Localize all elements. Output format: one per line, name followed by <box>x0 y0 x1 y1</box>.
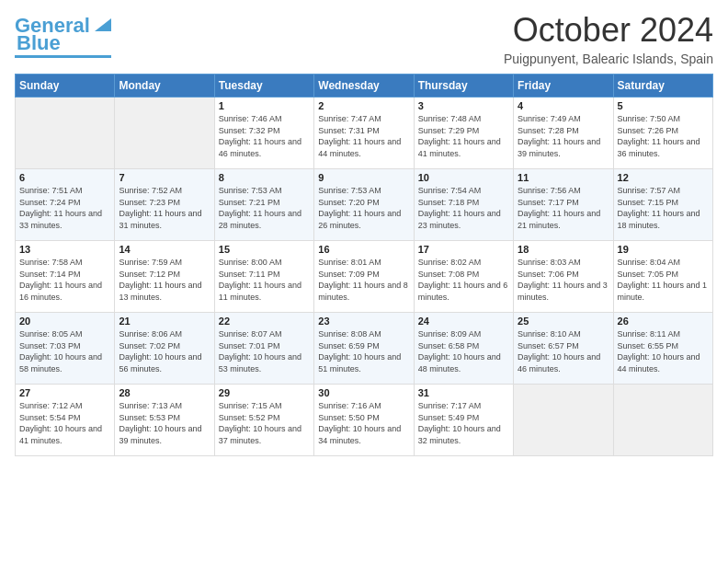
calendar-week-3: 13Sunrise: 7:58 AM Sunset: 7:14 PM Dayli… <box>16 241 713 313</box>
logo-underline <box>15 55 111 58</box>
day-info: Sunrise: 8:11 AM Sunset: 6:55 PM Dayligh… <box>618 328 709 374</box>
calendar-cell: 24Sunrise: 8:09 AM Sunset: 6:58 PM Dayli… <box>414 313 513 385</box>
day-number: 1 <box>219 100 310 111</box>
day-number: 7 <box>119 172 210 183</box>
header-row: Sunday Monday Tuesday Wednesday Thursday… <box>16 75 713 98</box>
day-info: Sunrise: 7:47 AM Sunset: 7:31 PM Dayligh… <box>318 113 409 159</box>
day-info: Sunrise: 8:06 AM Sunset: 7:02 PM Dayligh… <box>119 328 210 374</box>
calendar-cell <box>613 385 712 456</box>
location: Puigpunyent, Balearic Islands, Spain <box>504 52 713 66</box>
day-info: Sunrise: 7:12 AM Sunset: 5:54 PM Dayligh… <box>19 400 110 446</box>
day-number: 17 <box>418 244 509 255</box>
calendar-cell: 25Sunrise: 8:10 AM Sunset: 6:57 PM Dayli… <box>514 313 613 385</box>
day-info: Sunrise: 7:48 AM Sunset: 7:29 PM Dayligh… <box>418 113 509 159</box>
col-friday: Friday <box>514 75 613 98</box>
calendar-cell: 15Sunrise: 8:00 AM Sunset: 7:11 PM Dayli… <box>214 241 313 313</box>
day-info: Sunrise: 7:57 AM Sunset: 7:15 PM Dayligh… <box>618 185 709 231</box>
calendar-cell: 4Sunrise: 7:49 AM Sunset: 7:28 PM Daylig… <box>514 98 613 169</box>
day-info: Sunrise: 8:08 AM Sunset: 6:59 PM Dayligh… <box>318 328 409 374</box>
day-info: Sunrise: 7:16 AM Sunset: 5:50 PM Dayligh… <box>318 400 409 446</box>
day-number: 22 <box>219 316 310 327</box>
calendar-week-2: 6Sunrise: 7:51 AM Sunset: 7:24 PM Daylig… <box>16 169 713 241</box>
logo-icon <box>91 15 111 35</box>
calendar-cell: 6Sunrise: 7:51 AM Sunset: 7:24 PM Daylig… <box>16 169 115 241</box>
calendar-cell: 10Sunrise: 7:54 AM Sunset: 7:18 PM Dayli… <box>414 169 513 241</box>
day-number: 13 <box>19 244 110 255</box>
day-info: Sunrise: 8:03 AM Sunset: 7:06 PM Dayligh… <box>518 257 609 303</box>
day-number: 11 <box>518 172 609 183</box>
day-number: 16 <box>318 244 409 255</box>
day-number: 20 <box>19 316 110 327</box>
calendar-cell: 19Sunrise: 8:04 AM Sunset: 7:05 PM Dayli… <box>613 241 712 313</box>
title-block: October 2024 Puigpunyent, Balearic Islan… <box>504 11 713 66</box>
calendar-cell: 28Sunrise: 7:13 AM Sunset: 5:53 PM Dayli… <box>115 385 214 456</box>
calendar-cell: 16Sunrise: 8:01 AM Sunset: 7:09 PM Dayli… <box>314 241 414 313</box>
day-number: 25 <box>518 316 609 327</box>
day-number: 27 <box>19 387 110 398</box>
calendar-cell <box>16 98 115 169</box>
day-number: 19 <box>618 244 709 255</box>
calendar-cell <box>115 98 214 169</box>
day-info: Sunrise: 8:07 AM Sunset: 7:01 PM Dayligh… <box>219 328 310 374</box>
calendar-cell: 31Sunrise: 7:17 AM Sunset: 5:49 PM Dayli… <box>414 385 513 456</box>
calendar-cell: 26Sunrise: 8:11 AM Sunset: 6:55 PM Dayli… <box>613 313 712 385</box>
day-info: Sunrise: 8:00 AM Sunset: 7:11 PM Dayligh… <box>219 257 310 303</box>
calendar-cell: 20Sunrise: 8:05 AM Sunset: 7:03 PM Dayli… <box>16 313 115 385</box>
day-info: Sunrise: 8:01 AM Sunset: 7:09 PM Dayligh… <box>318 257 409 303</box>
logo: General Blue <box>15 15 111 58</box>
calendar-cell: 2Sunrise: 7:47 AM Sunset: 7:31 PM Daylig… <box>314 98 414 169</box>
day-info: Sunrise: 7:56 AM Sunset: 7:17 PM Dayligh… <box>518 185 609 231</box>
day-info: Sunrise: 8:02 AM Sunset: 7:08 PM Dayligh… <box>418 257 509 303</box>
day-number: 15 <box>219 244 310 255</box>
day-number: 31 <box>418 387 509 398</box>
day-info: Sunrise: 8:04 AM Sunset: 7:05 PM Dayligh… <box>618 257 709 303</box>
day-number: 29 <box>219 387 310 398</box>
day-number: 12 <box>618 172 709 183</box>
day-info: Sunrise: 7:46 AM Sunset: 7:32 PM Dayligh… <box>219 113 310 159</box>
day-number: 3 <box>418 100 509 111</box>
day-number: 9 <box>318 172 409 183</box>
calendar-cell: 27Sunrise: 7:12 AM Sunset: 5:54 PM Dayli… <box>16 385 115 456</box>
col-saturday: Saturday <box>613 75 712 98</box>
calendar-cell: 22Sunrise: 8:07 AM Sunset: 7:01 PM Dayli… <box>214 313 313 385</box>
day-number: 28 <box>119 387 210 398</box>
calendar-cell: 14Sunrise: 7:59 AM Sunset: 7:12 PM Dayli… <box>115 241 214 313</box>
col-wednesday: Wednesday <box>314 75 414 98</box>
svg-marker-0 <box>95 18 111 31</box>
day-info: Sunrise: 7:13 AM Sunset: 5:53 PM Dayligh… <box>119 400 210 446</box>
calendar-cell <box>514 385 613 456</box>
day-info: Sunrise: 7:54 AM Sunset: 7:18 PM Dayligh… <box>418 185 509 231</box>
calendar-cell: 17Sunrise: 8:02 AM Sunset: 7:08 PM Dayli… <box>414 241 513 313</box>
calendar-cell: 18Sunrise: 8:03 AM Sunset: 7:06 PM Dayli… <box>514 241 613 313</box>
calendar-week-4: 20Sunrise: 8:05 AM Sunset: 7:03 PM Dayli… <box>16 313 713 385</box>
day-number: 18 <box>518 244 609 255</box>
day-number: 21 <box>119 316 210 327</box>
day-number: 24 <box>418 316 509 327</box>
calendar-cell: 7Sunrise: 7:52 AM Sunset: 7:23 PM Daylig… <box>115 169 214 241</box>
calendar-page: General Blue October 2024 Puigpunyent, B… <box>0 0 728 563</box>
day-info: Sunrise: 7:50 AM Sunset: 7:26 PM Dayligh… <box>618 113 709 159</box>
day-info: Sunrise: 8:05 AM Sunset: 7:03 PM Dayligh… <box>19 328 110 374</box>
calendar-cell: 1Sunrise: 7:46 AM Sunset: 7:32 PM Daylig… <box>214 98 313 169</box>
day-info: Sunrise: 7:17 AM Sunset: 5:49 PM Dayligh… <box>418 400 509 446</box>
calendar-cell: 23Sunrise: 8:08 AM Sunset: 6:59 PM Dayli… <box>314 313 414 385</box>
calendar-cell: 21Sunrise: 8:06 AM Sunset: 7:02 PM Dayli… <box>115 313 214 385</box>
day-number: 2 <box>318 100 409 111</box>
calendar-week-5: 27Sunrise: 7:12 AM Sunset: 5:54 PM Dayli… <box>16 385 713 456</box>
calendar-cell: 5Sunrise: 7:50 AM Sunset: 7:26 PM Daylig… <box>613 98 712 169</box>
day-info: Sunrise: 7:49 AM Sunset: 7:28 PM Dayligh… <box>518 113 609 159</box>
day-info: Sunrise: 8:09 AM Sunset: 6:58 PM Dayligh… <box>418 328 509 374</box>
calendar-week-1: 1Sunrise: 7:46 AM Sunset: 7:32 PM Daylig… <box>16 98 713 169</box>
calendar-cell: 12Sunrise: 7:57 AM Sunset: 7:15 PM Dayli… <box>613 169 712 241</box>
header: General Blue October 2024 Puigpunyent, B… <box>15 11 713 66</box>
calendar-table: Sunday Monday Tuesday Wednesday Thursday… <box>15 74 713 456</box>
col-tuesday: Tuesday <box>214 75 313 98</box>
day-number: 6 <box>19 172 110 183</box>
calendar-cell: 13Sunrise: 7:58 AM Sunset: 7:14 PM Dayli… <box>16 241 115 313</box>
day-info: Sunrise: 7:53 AM Sunset: 7:21 PM Dayligh… <box>219 185 310 231</box>
day-info: Sunrise: 7:59 AM Sunset: 7:12 PM Dayligh… <box>119 257 210 303</box>
day-info: Sunrise: 7:51 AM Sunset: 7:24 PM Dayligh… <box>19 185 110 231</box>
calendar-cell: 11Sunrise: 7:56 AM Sunset: 7:17 PM Dayli… <box>514 169 613 241</box>
day-info: Sunrise: 7:58 AM Sunset: 7:14 PM Dayligh… <box>19 257 110 303</box>
calendar-cell: 8Sunrise: 7:53 AM Sunset: 7:21 PM Daylig… <box>214 169 313 241</box>
